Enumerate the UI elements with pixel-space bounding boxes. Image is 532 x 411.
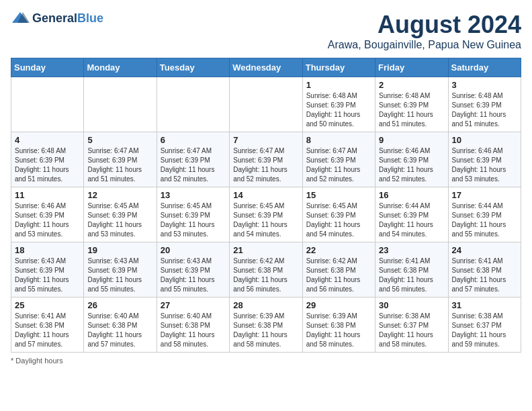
- calendar-cell: 29Sunrise: 6:39 AM Sunset: 6:38 PM Dayli…: [302, 298, 375, 353]
- day-number: 17: [452, 190, 517, 200]
- day-number: 26: [87, 300, 152, 310]
- weekday-header: Tuesday: [157, 58, 229, 77]
- calendar-cell: 9Sunrise: 6:46 AM Sunset: 6:39 PM Daylig…: [375, 132, 448, 187]
- day-number: 24: [452, 245, 517, 255]
- day-number: 14: [233, 190, 298, 200]
- day-info: Sunrise: 6:47 AM Sunset: 6:39 PM Dayligh…: [306, 146, 371, 184]
- day-info: Sunrise: 6:47 AM Sunset: 6:39 PM Dayligh…: [161, 146, 226, 184]
- calendar-cell: 16Sunrise: 6:44 AM Sunset: 6:39 PM Dayli…: [375, 187, 448, 242]
- day-info: Sunrise: 6:46 AM Sunset: 6:39 PM Dayligh…: [452, 146, 517, 184]
- day-info: Sunrise: 6:43 AM Sunset: 6:39 PM Dayligh…: [161, 257, 226, 294]
- calendar-cell: 26Sunrise: 6:40 AM Sunset: 6:38 PM Dayli…: [84, 298, 157, 353]
- calendar-cell: 12Sunrise: 6:45 AM Sunset: 6:39 PM Dayli…: [84, 187, 157, 242]
- calendar-cell: [84, 77, 157, 132]
- day-info: Sunrise: 6:44 AM Sunset: 6:39 PM Dayligh…: [452, 201, 517, 239]
- calendar-cell: 22Sunrise: 6:42 AM Sunset: 6:38 PM Dayli…: [302, 242, 375, 298]
- day-info: Sunrise: 6:43 AM Sunset: 6:39 PM Dayligh…: [87, 257, 152, 294]
- day-info: Sunrise: 6:42 AM Sunset: 6:38 PM Dayligh…: [233, 257, 298, 294]
- calendar-cell: 5Sunrise: 6:47 AM Sunset: 6:39 PM Daylig…: [84, 132, 157, 187]
- calendar-cell: 6Sunrise: 6:47 AM Sunset: 6:39 PM Daylig…: [157, 132, 229, 187]
- day-info: Sunrise: 6:42 AM Sunset: 6:38 PM Dayligh…: [306, 257, 371, 294]
- day-info: Sunrise: 6:47 AM Sunset: 6:39 PM Dayligh…: [233, 146, 298, 184]
- day-number: 2: [379, 80, 444, 90]
- day-info: Sunrise: 6:48 AM Sunset: 6:39 PM Dayligh…: [306, 91, 371, 129]
- calendar-cell: [230, 77, 302, 132]
- weekday-header: Sunday: [11, 58, 84, 77]
- day-info: Sunrise: 6:38 AM Sunset: 6:37 PM Dayligh…: [379, 312, 444, 349]
- day-info: Sunrise: 6:48 AM Sunset: 6:39 PM Dayligh…: [15, 146, 80, 184]
- day-info: Sunrise: 6:41 AM Sunset: 6:38 PM Dayligh…: [452, 257, 517, 294]
- title-area: August 2024 Arawa, Bougainville, Papua N…: [328, 11, 521, 51]
- calendar-cell: 24Sunrise: 6:41 AM Sunset: 6:38 PM Dayli…: [448, 242, 521, 298]
- day-info: Sunrise: 6:41 AM Sunset: 6:38 PM Dayligh…: [379, 257, 444, 294]
- calendar-cell: [157, 77, 229, 132]
- calendar: SundayMondayTuesdayWednesdayThursdayFrid…: [11, 58, 521, 353]
- calendar-week-row: 25Sunrise: 6:41 AM Sunset: 6:38 PM Dayli…: [11, 298, 521, 353]
- day-number: 21: [233, 245, 298, 255]
- weekday-header: Saturday: [448, 58, 521, 77]
- footer-note: * Daylight hours: [11, 357, 521, 365]
- day-info: Sunrise: 6:48 AM Sunset: 6:39 PM Dayligh…: [379, 91, 444, 129]
- day-info: Sunrise: 6:44 AM Sunset: 6:39 PM Dayligh…: [379, 201, 444, 239]
- day-info: Sunrise: 6:48 AM Sunset: 6:39 PM Dayligh…: [452, 91, 517, 129]
- calendar-cell: 13Sunrise: 6:45 AM Sunset: 6:39 PM Dayli…: [157, 187, 229, 242]
- day-number: 29: [306, 300, 371, 310]
- footer-note-text: Daylight hours: [15, 357, 62, 365]
- day-number: 16: [379, 190, 444, 200]
- weekday-header: Monday: [84, 58, 157, 77]
- calendar-week-row: 1Sunrise: 6:48 AM Sunset: 6:39 PM Daylig…: [11, 77, 521, 132]
- calendar-cell: 15Sunrise: 6:45 AM Sunset: 6:39 PM Dayli…: [302, 187, 375, 242]
- day-number: 27: [161, 300, 226, 310]
- day-info: Sunrise: 6:41 AM Sunset: 6:38 PM Dayligh…: [15, 312, 80, 349]
- logo-general: General: [32, 11, 77, 25]
- logo-blue: Blue: [77, 11, 103, 25]
- day-info: Sunrise: 6:38 AM Sunset: 6:37 PM Dayligh…: [452, 312, 517, 349]
- calendar-cell: 4Sunrise: 6:48 AM Sunset: 6:39 PM Daylig…: [11, 132, 84, 187]
- weekday-header: Thursday: [302, 58, 375, 77]
- weekday-header: Friday: [375, 58, 448, 77]
- logo-icon: [11, 11, 30, 26]
- day-info: Sunrise: 6:46 AM Sunset: 6:39 PM Dayligh…: [379, 146, 444, 184]
- calendar-cell: 30Sunrise: 6:38 AM Sunset: 6:37 PM Dayli…: [375, 298, 448, 353]
- day-info: Sunrise: 6:43 AM Sunset: 6:39 PM Dayligh…: [15, 257, 80, 294]
- calendar-cell: 3Sunrise: 6:48 AM Sunset: 6:39 PM Daylig…: [448, 77, 521, 132]
- day-number: 12: [87, 190, 152, 200]
- calendar-cell: 11Sunrise: 6:46 AM Sunset: 6:39 PM Dayli…: [11, 187, 84, 242]
- calendar-header-row: SundayMondayTuesdayWednesdayThursdayFrid…: [11, 58, 521, 77]
- location: Arawa, Bougainville, Papua New Guinea: [328, 39, 521, 51]
- day-number: 11: [15, 190, 80, 200]
- day-number: 25: [15, 300, 80, 310]
- calendar-cell: 14Sunrise: 6:45 AM Sunset: 6:39 PM Dayli…: [230, 187, 302, 242]
- day-info: Sunrise: 6:39 AM Sunset: 6:38 PM Dayligh…: [233, 312, 298, 349]
- day-number: 10: [452, 135, 517, 145]
- day-number: 4: [15, 135, 80, 145]
- day-number: 31: [452, 300, 517, 310]
- calendar-cell: 25Sunrise: 6:41 AM Sunset: 6:38 PM Dayli…: [11, 298, 84, 353]
- day-number: 18: [15, 245, 80, 255]
- day-number: 6: [161, 135, 226, 145]
- day-number: 20: [161, 245, 226, 255]
- calendar-week-row: 4Sunrise: 6:48 AM Sunset: 6:39 PM Daylig…: [11, 132, 521, 187]
- header: GeneralBlue August 2024 Arawa, Bougainvi…: [11, 11, 521, 51]
- day-number: 1: [306, 80, 371, 90]
- calendar-cell: 28Sunrise: 6:39 AM Sunset: 6:38 PM Dayli…: [230, 298, 302, 353]
- day-number: 9: [379, 135, 444, 145]
- logo: GeneralBlue: [11, 11, 103, 26]
- calendar-cell: [11, 77, 84, 132]
- calendar-cell: 10Sunrise: 6:46 AM Sunset: 6:39 PM Dayli…: [448, 132, 521, 187]
- day-number: 22: [306, 245, 371, 255]
- calendar-week-row: 11Sunrise: 6:46 AM Sunset: 6:39 PM Dayli…: [11, 187, 521, 242]
- calendar-cell: 31Sunrise: 6:38 AM Sunset: 6:37 PM Dayli…: [448, 298, 521, 353]
- calendar-cell: 27Sunrise: 6:40 AM Sunset: 6:38 PM Dayli…: [157, 298, 229, 353]
- day-number: 8: [306, 135, 371, 145]
- day-info: Sunrise: 6:39 AM Sunset: 6:38 PM Dayligh…: [306, 312, 371, 349]
- day-number: 28: [233, 300, 298, 310]
- day-info: Sunrise: 6:45 AM Sunset: 6:39 PM Dayligh…: [233, 201, 298, 239]
- day-number: 7: [233, 135, 298, 145]
- calendar-cell: 1Sunrise: 6:48 AM Sunset: 6:39 PM Daylig…: [302, 77, 375, 132]
- day-info: Sunrise: 6:46 AM Sunset: 6:39 PM Dayligh…: [15, 201, 80, 239]
- calendar-cell: 7Sunrise: 6:47 AM Sunset: 6:39 PM Daylig…: [230, 132, 302, 187]
- day-number: 15: [306, 190, 371, 200]
- calendar-cell: 20Sunrise: 6:43 AM Sunset: 6:39 PM Dayli…: [157, 242, 229, 298]
- day-info: Sunrise: 6:45 AM Sunset: 6:39 PM Dayligh…: [161, 201, 226, 239]
